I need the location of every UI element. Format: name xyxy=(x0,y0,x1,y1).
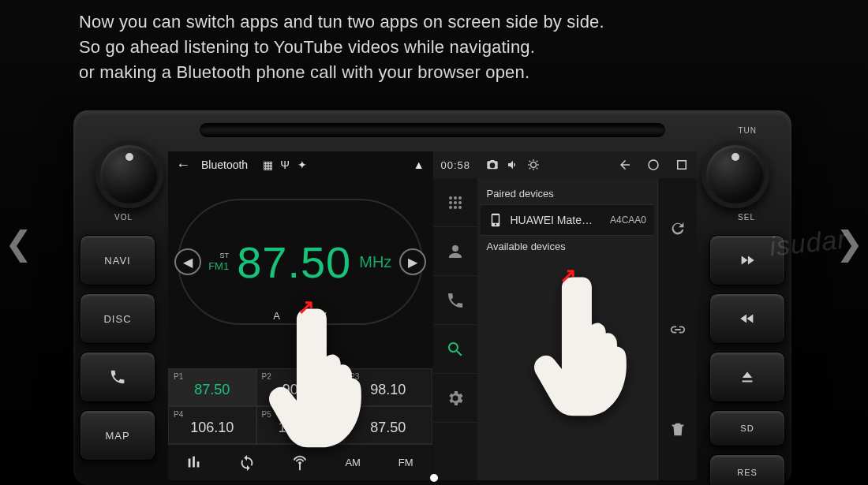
am-button[interactable]: AM xyxy=(327,445,380,480)
preset-grid: P187.50 P290.10 P398.10 P4106.10 P5108.0… xyxy=(168,368,432,444)
prev-track-icon xyxy=(739,310,756,327)
phone-device-icon xyxy=(488,213,503,227)
preset-4[interactable]: P4106.10 xyxy=(168,406,256,444)
loop-icon xyxy=(238,454,256,472)
hw-navi-button[interactable]: NAVI xyxy=(80,235,155,285)
hw-res-button[interactable]: RES xyxy=(709,454,785,485)
tune-select-knob[interactable] xyxy=(702,140,769,208)
keypad-icon xyxy=(446,193,465,212)
carousel-prev[interactable]: ❮ xyxy=(5,223,32,262)
preset-3[interactable]: P398.10 xyxy=(344,368,432,406)
marketing-line: So go ahead listening to YouTube videos … xyxy=(79,35,604,60)
preset-2[interactable]: P290.10 xyxy=(256,368,345,406)
tuner-sub-a[interactable]: A xyxy=(273,310,280,322)
frequency-value: 87.50 xyxy=(237,237,351,288)
split-right-pane[interactable]: 00:58 xyxy=(433,151,698,480)
svg-point-0 xyxy=(649,160,658,170)
back-icon[interactable]: ← xyxy=(176,157,190,173)
marketing-line: or making a Bluetooth phone call with yo… xyxy=(79,60,604,85)
fm-button[interactable]: FM xyxy=(380,445,432,480)
tab-recents[interactable] xyxy=(433,276,477,325)
paired-heading: Paired devices xyxy=(481,183,655,204)
search-icon xyxy=(446,340,465,359)
bt-delete-button[interactable] xyxy=(658,379,697,480)
sd-icon: ▦ xyxy=(262,159,273,170)
marketing-line: Now you can switch apps and tun two apps… xyxy=(79,9,604,35)
left-bottom-bar: AM FM xyxy=(168,444,432,480)
eq-button[interactable] xyxy=(168,445,221,480)
bt-icon: ✦ xyxy=(297,159,308,170)
brightness-icon[interactable] xyxy=(527,159,540,171)
hw-next-button[interactable] xyxy=(709,235,785,285)
tuner-dial[interactable]: ◀ ▶ ST FM1 87.50 MHz A PTY xyxy=(178,199,423,325)
clock: 00:58 xyxy=(441,159,471,171)
marketing-copy: Now you can switch apps and tun two apps… xyxy=(79,9,604,85)
tab-search[interactable] xyxy=(433,325,477,374)
split-left-pane[interactable]: ← Bluetooth ▦ Ψ ✦ ▲ ◀ ▶ xyxy=(168,151,433,480)
frequency-readout: ST FM1 87.50 MHz xyxy=(178,199,423,325)
person-icon xyxy=(446,242,465,261)
bt-disconnect-button[interactable] xyxy=(658,279,697,380)
preset-1[interactable]: P187.50 xyxy=(168,368,256,406)
unlink-icon xyxy=(669,321,687,338)
left-hardware-buttons: NAVI DISC MAP xyxy=(80,235,155,461)
eject-icon xyxy=(739,368,756,386)
head-unit: VOL TUN SEL NAVI DISC MAP SD RES xyxy=(73,110,791,485)
nav-recent-icon[interactable] xyxy=(675,158,689,172)
left-status-bar: ← Bluetooth ▦ Ψ ✦ ▲ xyxy=(168,151,432,178)
scan-button[interactable] xyxy=(274,445,327,480)
tab-settings[interactable] xyxy=(433,374,477,423)
device-name: HUAWEI Mate… xyxy=(511,214,602,226)
usb-icon: Ψ xyxy=(279,159,290,170)
hw-prev-button[interactable] xyxy=(709,293,785,344)
trash-icon xyxy=(669,421,687,438)
missed-call-icon xyxy=(446,291,465,310)
nav-home-icon[interactable] xyxy=(646,158,660,172)
svg-point-8 xyxy=(449,206,452,209)
svg-point-2 xyxy=(449,196,452,200)
tun-label: TUN xyxy=(738,126,757,135)
touch-screen: ← Bluetooth ▦ Ψ ✦ ▲ ◀ ▶ xyxy=(168,151,697,480)
band-label: FM1 xyxy=(208,261,229,271)
stereo-indicator: ST xyxy=(220,252,230,259)
bt-refresh-button[interactable] xyxy=(658,178,697,279)
svg-rect-1 xyxy=(678,161,687,170)
hw-map-button[interactable]: MAP xyxy=(80,410,155,461)
refresh-icon xyxy=(669,220,687,237)
bt-action-column xyxy=(657,178,697,480)
preset-6[interactable]: P687.50 xyxy=(344,406,432,444)
power-volume-knob[interactable] xyxy=(95,140,163,208)
preset-5[interactable]: P5108.00 xyxy=(256,406,345,444)
svg-point-4 xyxy=(458,196,462,200)
hw-disc-button[interactable]: DISC xyxy=(80,293,155,344)
right-hardware-buttons: SD RES xyxy=(709,235,785,485)
antenna-icon xyxy=(291,454,309,472)
tuner-sub-pty[interactable]: PTY xyxy=(307,310,327,322)
available-heading: Available devices xyxy=(481,236,655,257)
paired-device-row[interactable]: HUAWEI Mate… A4CAA0 xyxy=(481,204,655,236)
equalizer-icon xyxy=(185,454,203,472)
sel-label: SEL xyxy=(738,213,755,222)
right-status-bar: 00:58 xyxy=(433,151,698,178)
wifi-icon: ▲ xyxy=(413,159,425,171)
vol-label: VOL xyxy=(114,213,133,222)
nav-back-icon[interactable] xyxy=(618,158,632,172)
bt-side-tabs xyxy=(433,178,477,480)
phone-icon xyxy=(109,368,126,386)
tab-contacts[interactable] xyxy=(433,227,477,276)
gear-icon xyxy=(446,389,465,408)
hw-eject-button[interactable] xyxy=(709,352,785,402)
bt-device-panel: Paired devices HUAWEI Mate… A4CAA0 Avail… xyxy=(477,178,658,480)
svg-point-9 xyxy=(454,206,457,209)
carousel-next[interactable]: ❯ xyxy=(836,223,863,262)
hw-sd-button[interactable]: SD xyxy=(709,410,785,446)
volume-icon[interactable] xyxy=(507,159,519,171)
device-mac: A4CAA0 xyxy=(610,215,646,226)
tab-keypad[interactable] xyxy=(433,178,477,227)
svg-point-6 xyxy=(454,201,457,204)
hw-phone-button[interactable] xyxy=(80,352,155,402)
frequency-unit: MHz xyxy=(359,253,391,271)
camera-icon[interactable] xyxy=(486,159,499,171)
carousel-indicator[interactable] xyxy=(430,474,438,482)
loop-button[interactable] xyxy=(221,445,274,480)
